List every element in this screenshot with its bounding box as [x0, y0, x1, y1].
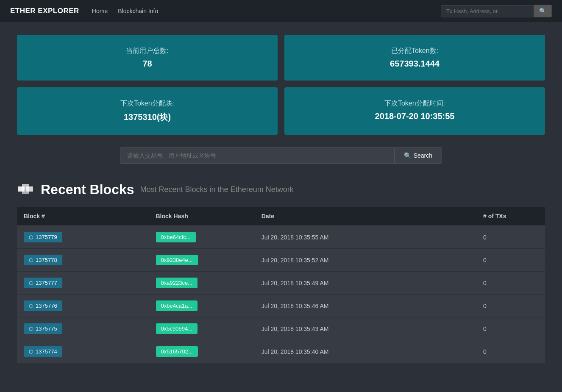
search-button[interactable]: 🔍 Search	[394, 147, 442, 164]
table-row: ⬡ 1375776 0xbe4ca1a... Jul 20, 2018 10:3…	[17, 295, 545, 317]
stat-label-tokens: 已分配Token数:	[293, 47, 537, 56]
blocks-icon	[17, 181, 35, 198]
table-cell-block-4: ⬡ 1375775	[17, 317, 149, 340]
table-cell-hash-1: 0x9238e4e...	[149, 249, 255, 272]
col-header-block: Block #	[17, 207, 149, 226]
block-cube-icon-1: ⬡	[29, 257, 33, 263]
table-cell-txs-5: 0	[476, 340, 545, 363]
table-cell-hash-3: 0xbe4ca1a...	[149, 295, 255, 317]
block-num-badge-1[interactable]: ⬡ 1375778	[24, 255, 62, 265]
table-row: ⬡ 1375774 0x5165702... Jul 20, 2018 10:3…	[17, 340, 545, 363]
table-row: ⬡ 1375779 0xbe64cfc... Jul 20, 2018 10:3…	[17, 226, 545, 249]
table-cell-date-3: Jul 20, 2018 10:35:46 AM	[255, 295, 476, 317]
stat-card-users: 当前用户总数: 78	[17, 35, 278, 81]
table-cell-txs-0: 0	[476, 226, 545, 249]
block-num-badge-5[interactable]: ⬡ 1375774	[24, 346, 62, 357]
block-num-badge-0[interactable]: ⬡ 1375779	[24, 232, 62, 242]
table-cell-date-2: Jul 20, 2018 10:35:49 AM	[255, 272, 476, 295]
search-input[interactable]	[120, 147, 394, 164]
stat-value-users: 78	[25, 59, 269, 69]
main-content: 当前用户总数: 78 已分配Token数: 657393.1444 下次Toke…	[0, 22, 562, 376]
table-row: ⬡ 1375778 0x9238e4e... Jul 20, 2018 10:3…	[17, 249, 545, 272]
nav-search-input[interactable]	[441, 5, 534, 17]
table-header: Block # Block Hash Date # of TXs	[17, 207, 545, 226]
block-hash-badge-0[interactable]: 0xbe64cfc...	[156, 232, 196, 242]
nav-link-blockchain[interactable]: Blockchain Info	[118, 8, 158, 14]
stat-label-next-time: 下次Token分配时间:	[293, 99, 537, 108]
table-cell-date-0: Jul 20, 2018 10:35:55 AM	[255, 226, 476, 249]
table-cell-block-5: ⬡ 1375774	[17, 340, 149, 363]
stat-label-users: 当前用户总数:	[25, 47, 269, 56]
nav-link-home[interactable]: Home	[92, 8, 108, 14]
block-num-badge-2[interactable]: ⬡ 1375777	[24, 278, 62, 288]
block-cube-icon-2: ⬡	[29, 280, 33, 286]
block-cube-icon-5: ⬡	[29, 349, 33, 355]
block-hash-badge-2[interactable]: 0xa9223ce...	[156, 278, 198, 288]
col-header-date: Date	[255, 207, 476, 226]
table-row: ⬡ 1375775 0x5c90594... Jul 20, 2018 10:3…	[17, 317, 545, 340]
stat-label-next-block: 下次Token分配块:	[25, 99, 269, 108]
search-section: 🔍 Search	[17, 147, 545, 164]
section-title: Recent Blocks	[41, 182, 134, 197]
nav-search-container: 🔍	[441, 5, 552, 17]
block-cube-icon-3: ⬡	[29, 303, 33, 309]
col-header-txs: # of TXs	[476, 207, 545, 226]
stat-value-next-time: 2018-07-20 10:35:55	[293, 111, 537, 121]
search-icon: 🔍	[404, 152, 411, 159]
section-header: Recent Blocks Most Recent Blocks in the …	[17, 181, 545, 198]
nav-brand: ETHER EXPLORER	[10, 7, 79, 15]
col-header-hash: Block Hash	[149, 207, 255, 226]
stats-grid: 当前用户总数: 78 已分配Token数: 657393.1444 下次Toke…	[17, 35, 545, 135]
navbar: ETHER EXPLORER Home Blockchain Info 🔍	[0, 0, 562, 22]
svg-rect-3	[22, 189, 29, 194]
table-cell-date-4: Jul 20, 2018 10:35:43 AM	[255, 317, 476, 340]
stat-value-tokens: 657393.1444	[293, 59, 537, 69]
table-cell-block-3: ⬡ 1375776	[17, 295, 149, 317]
table-cell-txs-3: 0	[476, 295, 545, 317]
block-num-badge-3[interactable]: ⬡ 1375776	[24, 300, 62, 311]
table-cell-hash-5: 0x5165702...	[149, 340, 255, 363]
block-hash-badge-1[interactable]: 0x9238e4e...	[156, 255, 198, 265]
table-cell-block-0: ⬡ 1375779	[17, 226, 149, 249]
stat-card-tokens: 已分配Token数: 657393.1444	[284, 35, 545, 81]
search-bar: 🔍 Search	[120, 147, 442, 164]
stat-card-next-block: 下次Token分配块: 1375310(块)	[17, 87, 278, 135]
table-cell-hash-2: 0xa9223ce...	[149, 272, 255, 295]
stat-card-next-time: 下次Token分配时间: 2018-07-20 10:35:55	[284, 87, 545, 135]
stat-value-next-block: 1375310(块)	[25, 111, 269, 123]
table-row: ⬡ 1375777 0xa9223ce... Jul 20, 2018 10:3…	[17, 272, 545, 295]
block-hash-badge-3[interactable]: 0xbe4ca1a...	[156, 300, 198, 311]
table-cell-hash-0: 0xbe64cfc...	[149, 226, 255, 249]
table-cell-date-5: Jul 20, 2018 10:35:40 AM	[255, 340, 476, 363]
table-cell-txs-1: 0	[476, 249, 545, 272]
nav-links: Home Blockchain Info	[92, 8, 441, 14]
block-num-badge-4[interactable]: ⬡ 1375775	[24, 323, 62, 334]
table-cell-block-2: ⬡ 1375777	[17, 272, 149, 295]
block-hash-badge-5[interactable]: 0x5165702...	[156, 346, 198, 357]
table-cell-block-1: ⬡ 1375778	[17, 249, 149, 272]
table-cell-hash-4: 0x5c90594...	[149, 317, 255, 340]
search-button-label: Search	[414, 152, 432, 159]
table-body: ⬡ 1375779 0xbe64cfc... Jul 20, 2018 10:3…	[17, 226, 545, 363]
table-cell-txs-4: 0	[476, 317, 545, 340]
section-subtitle: Most Recent Blocks in the Ethereum Netwo…	[140, 185, 294, 194]
table-cell-txs-2: 0	[476, 272, 545, 295]
nav-search-button[interactable]: 🔍	[534, 5, 552, 17]
block-cube-icon-4: ⬡	[29, 326, 33, 332]
blocks-table: Block # Block Hash Date # of TXs ⬡ 13757…	[17, 207, 545, 363]
block-cube-icon-0: ⬡	[29, 234, 33, 240]
block-hash-badge-4[interactable]: 0x5c90594...	[156, 323, 198, 334]
table-cell-date-1: Jul 20, 2018 10:35:52 AM	[255, 249, 476, 272]
